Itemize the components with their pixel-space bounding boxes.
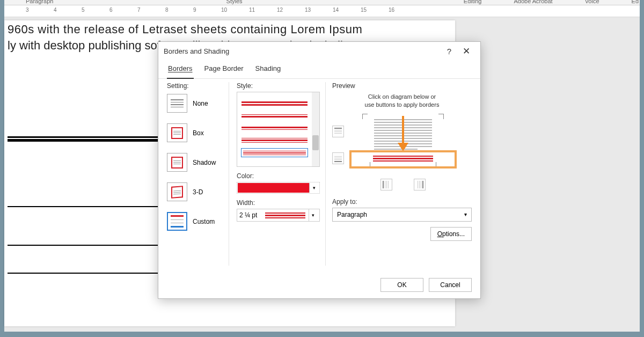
tab-shading[interactable]: Shading: [254, 60, 282, 78]
ribbon-label: Editing: [448, 0, 498, 4]
svg-rect-3: [334, 133, 342, 134]
setting-box-label: Box: [193, 129, 204, 137]
setting-shadow[interactable]: Shadow: [167, 153, 226, 172]
ribbon-group-labels: Paragraph Styles Editing Adobe Acrobat V…: [4, 0, 640, 5]
svg-rect-2: [334, 131, 342, 132]
border-left-button[interactable]: [380, 179, 392, 191]
setting-none[interactable]: None: [167, 94, 226, 113]
preview-bottom-border: [373, 156, 433, 162]
svg-rect-6: [334, 158, 342, 158]
setting-box[interactable]: Box: [167, 123, 226, 142]
ruler-mark: 5: [82, 7, 85, 13]
ruler-mark: 15: [361, 7, 367, 13]
svg-rect-15: [421, 181, 421, 188]
svg-rect-11: [388, 181, 389, 188]
options-button[interactable]: Options...: [430, 227, 472, 241]
close-icon[interactable]: ✕: [458, 46, 475, 57]
ruler-mark: 9: [193, 7, 196, 13]
ruler-mark: 8: [165, 7, 169, 13]
tab-page-border[interactable]: Page Border: [203, 60, 245, 78]
setting-shadow-label: Shadow: [193, 159, 216, 166]
chevron-down-icon: ▾: [464, 211, 467, 217]
setting-custom[interactable]: Custom: [167, 212, 226, 231]
style-selected[interactable]: [241, 148, 308, 157]
help-icon[interactable]: ?: [441, 47, 458, 56]
width-picker[interactable]: 2 ¼ pt ▾: [237, 209, 320, 222]
svg-rect-10: [386, 181, 387, 188]
preview-diagram[interactable]: [349, 116, 457, 191]
svg-rect-12: [422, 181, 423, 188]
setting-none-label: None: [193, 100, 208, 107]
dialog-title: Borders and Shading: [164, 47, 229, 55]
color-picker[interactable]: ▾: [237, 182, 320, 194]
ruler-mark: 10: [221, 7, 227, 13]
apply-to-label: Apply to:: [332, 198, 472, 206]
svg-rect-0: [334, 128, 342, 129]
ruler-mark: 11: [249, 7, 255, 13]
svg-rect-14: [419, 181, 420, 188]
annotation-arrow-icon: [398, 143, 408, 151]
ruler-mark: 13: [305, 7, 311, 13]
ribbon-label: Voice: [569, 0, 616, 4]
svg-rect-7: [334, 159, 342, 160]
preview-hint: Click on diagram below or use buttons to…: [332, 93, 472, 109]
svg-rect-4: [334, 161, 342, 162]
chevron-down-icon[interactable]: ▾: [309, 209, 317, 221]
style-label: Style:: [237, 82, 320, 90]
setting-custom-label: Custom: [193, 218, 215, 225]
ruler-mark: 14: [333, 7, 339, 13]
svg-rect-1: [334, 130, 342, 130]
color-swatch-icon: [238, 183, 309, 193]
setting-3d[interactable]: 3-D: [167, 182, 226, 201]
ruler-mark: 3: [26, 7, 29, 13]
ribbon-label: Styles: [210, 0, 307, 4]
ruler-mark: 7: [137, 7, 141, 13]
ruler-mark: 16: [389, 7, 394, 13]
ruler-mark: 12: [277, 7, 283, 13]
width-value: 2 ¼ pt: [239, 211, 262, 219]
ruler-mark: 4: [54, 7, 57, 13]
document-text: 960s with the release of Letraset sheets…: [8, 23, 452, 36]
cancel-button[interactable]: Cancel: [429, 278, 472, 292]
color-label: Color:: [237, 172, 320, 180]
setting-label: Setting:: [167, 82, 226, 90]
ruler-mark: 6: [109, 7, 113, 13]
chevron-down-icon[interactable]: ▾: [309, 183, 319, 193]
ribbon-label: Ed: [616, 0, 640, 4]
setting-3d-label: 3-D: [193, 188, 203, 196]
border-bottom-button[interactable]: [332, 152, 344, 164]
border-right-button[interactable]: [414, 179, 426, 191]
ok-button[interactable]: OK: [380, 278, 423, 292]
svg-rect-9: [385, 181, 385, 188]
svg-rect-8: [383, 181, 384, 188]
style-listbox[interactable]: [237, 92, 320, 167]
width-sample-icon: [265, 213, 305, 218]
tab-borders[interactable]: Borders: [167, 60, 194, 79]
horizontal-ruler[interactable]: 3 4 5 6 7 8 9 10 11 12 13 14 15 16: [4, 5, 640, 17]
apply-to-select[interactable]: Paragraph ▾: [332, 208, 472, 222]
svg-rect-5: [334, 156, 342, 157]
ribbon-label: Paragraph: [4, 0, 69, 4]
annotation-arrow-icon: [402, 116, 404, 145]
apply-to-value: Paragraph: [337, 211, 367, 218]
ribbon-label: Adobe Acrobat: [497, 0, 568, 4]
preview-label: Preview: [332, 82, 472, 90]
scrollbar[interactable]: [312, 92, 319, 166]
borders-and-shading-dialog: Borders and Shading ? ✕ Borders Page Bor…: [158, 41, 481, 299]
svg-rect-13: [418, 181, 418, 188]
border-top-button[interactable]: [332, 126, 344, 137]
width-label: Width:: [237, 199, 320, 207]
